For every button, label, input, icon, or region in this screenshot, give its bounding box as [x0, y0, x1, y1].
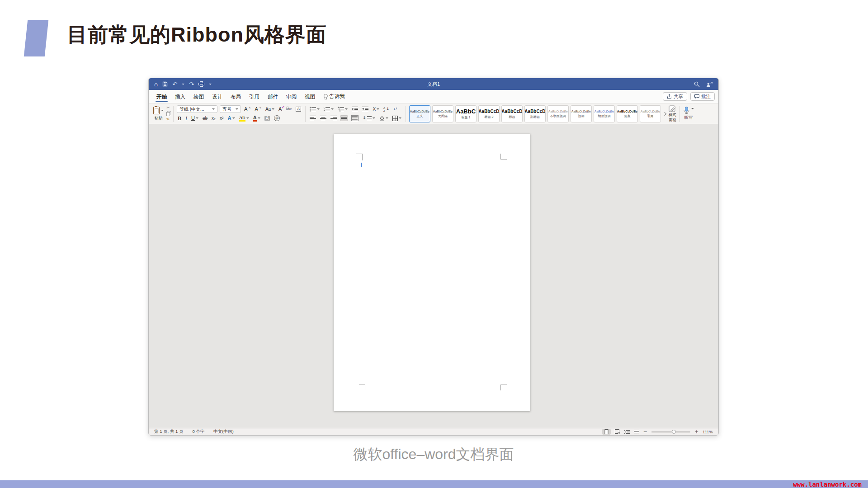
subscript-button[interactable]: x₂	[211, 116, 217, 121]
tab-layout[interactable]: 布局	[226, 90, 245, 103]
tab-review[interactable]: 审阅	[282, 90, 301, 103]
text-cursor	[361, 163, 362, 167]
undo-dropdown-icon[interactable]	[182, 84, 184, 86]
tab-draw[interactable]: 绘图	[189, 90, 208, 103]
word-count-status[interactable]: 0 个字	[192, 429, 204, 435]
strikethrough-button[interactable]: ab	[202, 116, 208, 121]
contact-share-icon[interactable]	[706, 81, 713, 87]
style-card-no-spacing[interactable]: AaBbCcDdEe 无间隔	[432, 105, 453, 122]
shrink-font-button[interactable]: A˅	[254, 106, 262, 112]
grow-font-button[interactable]: A˄	[243, 106, 251, 112]
phonetic-guide-button[interactable]: abc	[285, 107, 292, 112]
font-color-button[interactable]: A	[252, 115, 261, 122]
margin-mark-top-right	[500, 154, 507, 160]
print-layout-view-button[interactable]	[602, 429, 611, 435]
asian-layout-button[interactable]: X	[372, 107, 380, 112]
decrease-indent-button[interactable]	[351, 106, 359, 112]
change-case-button[interactable]: Aa	[264, 107, 275, 112]
distribute-text-button[interactable]	[350, 115, 359, 122]
character-shading-button[interactable]: A	[264, 116, 271, 121]
dictate-dropdown-icon[interactable]	[691, 108, 694, 111]
dictate-button[interactable]: 听写	[683, 107, 694, 121]
word-titlebar: ⌂ ↶ ↷ 文档1	[149, 78, 718, 90]
web-layout-view-button[interactable]	[615, 429, 620, 434]
comments-button[interactable]: 批注	[690, 92, 715, 101]
print-icon[interactable]	[198, 81, 204, 87]
enclose-characters-button[interactable]: 字	[273, 115, 281, 122]
align-right-button[interactable]	[330, 115, 338, 121]
highlight-button[interactable]: ab	[238, 115, 250, 122]
zoom-out-button[interactable]: −	[643, 429, 647, 435]
clear-formatting-button[interactable]: A	[278, 106, 283, 112]
clipboard-icon	[153, 107, 160, 114]
character-border-button[interactable]: A	[295, 106, 302, 112]
align-left-button[interactable]	[309, 115, 317, 121]
style-card-subtle-emphasis[interactable]: AaBbCcDdEe 不明显强调	[547, 105, 569, 122]
text-effects-button[interactable]: A	[226, 115, 236, 122]
zoom-slider-thumb[interactable]	[672, 430, 676, 434]
margin-mark-bottom-left	[359, 385, 365, 390]
styles-pane-button[interactable]: 样式 窗格	[669, 105, 676, 122]
underline-button[interactable]: U	[190, 115, 199, 121]
chevron-down-icon	[212, 108, 215, 111]
sort-button[interactable]: AZ ↓	[382, 106, 391, 113]
zoom-level[interactable]: 111%	[703, 429, 713, 434]
style-card-heading2[interactable]: AaBbCcD 标题 2	[478, 105, 500, 122]
style-card-emphasis[interactable]: AaBbCcDdEe 强调	[571, 105, 592, 122]
document-page[interactable]	[334, 134, 530, 411]
style-card-quote[interactable]: AaBbCcDdEe 引用	[640, 105, 661, 122]
tab-insert[interactable]: 插入	[171, 90, 189, 103]
tab-design[interactable]: 设计	[208, 90, 226, 103]
zoom-slider[interactable]	[651, 432, 690, 432]
format-painter-icon[interactable]: ✎	[166, 117, 170, 122]
style-card-subtitle[interactable]: AaBbCcD 副标题	[524, 105, 546, 122]
tab-tell-me[interactable]: 告诉我	[319, 90, 349, 103]
ribbon-tab-row: 开始 插入 绘图 设计 布局 引用 邮件 审阅 视图 告诉我 共享 批注	[149, 90, 718, 103]
justify-button[interactable]	[340, 115, 348, 121]
multilevel-list-button[interactable]	[337, 106, 349, 112]
save-icon[interactable]	[162, 81, 168, 87]
tab-references[interactable]: 引用	[245, 90, 264, 103]
home-icon[interactable]: ⌂	[154, 81, 158, 87]
align-center-button[interactable]	[319, 115, 327, 121]
show-marks-button[interactable]: ↵	[393, 106, 399, 112]
increase-indent-button[interactable]	[361, 106, 369, 112]
draft-view-button[interactable]	[634, 430, 639, 434]
borders-button[interactable]	[392, 115, 402, 122]
numbered-list-button[interactable]	[323, 106, 335, 112]
paste-button[interactable]: 粘贴	[152, 106, 165, 122]
undo-icon[interactable]: ↶	[172, 81, 177, 87]
comments-label: 批注	[701, 94, 711, 100]
zoom-in-button[interactable]: +	[694, 429, 698, 435]
shading-button[interactable]	[378, 115, 389, 122]
watermark: www.lanlanwork.com	[793, 481, 862, 488]
tab-mailings[interactable]: 邮件	[264, 90, 282, 103]
style-card-intense-emphasis[interactable]: AaBbCcDdEe 明显强调	[594, 105, 615, 122]
share-button[interactable]: 共享	[663, 92, 687, 101]
superscript-button[interactable]: x²	[219, 116, 224, 121]
style-card-heading1[interactable]: AaBbC 标题 1	[455, 105, 476, 122]
bold-button[interactable]: B	[177, 115, 182, 122]
italic-button[interactable]: I	[184, 115, 188, 122]
line-spacing-button[interactable]: ↕	[362, 115, 376, 121]
page-count-status[interactable]: 第 1 页, 共 1 页	[154, 429, 183, 435]
font-name-select[interactable]: 等线 (中文...	[177, 105, 217, 113]
paste-label: 粘贴	[155, 115, 163, 121]
more-styles-icon[interactable]	[663, 112, 666, 115]
paste-dropdown-icon[interactable]	[161, 110, 164, 113]
tab-view[interactable]: 视图	[301, 90, 319, 103]
customize-toolbar-icon[interactable]	[209, 84, 212, 86]
bullet-list-button[interactable]	[309, 106, 321, 112]
tab-home[interactable]: 开始	[152, 90, 171, 103]
cut-icon[interactable]: ✂	[166, 105, 170, 110]
search-icon[interactable]	[694, 81, 700, 87]
outline-view-button[interactable]	[624, 430, 630, 434]
style-card-title[interactable]: AaBbCcD 标题	[501, 105, 523, 122]
font-size-select[interactable]: 五号	[220, 105, 241, 113]
redo-icon[interactable]: ↷	[189, 81, 194, 87]
status-bar: 第 1 页, 共 1 页 0 个字 中文(中国) − + 111%	[149, 428, 718, 435]
language-status[interactable]: 中文(中国)	[213, 429, 233, 435]
copy-icon[interactable]	[166, 112, 170, 116]
style-card-strong[interactable]: AaBbCcDdEe 要点	[617, 105, 638, 122]
style-card-normal[interactable]: AaBbCcDdEe 正文	[409, 105, 430, 122]
